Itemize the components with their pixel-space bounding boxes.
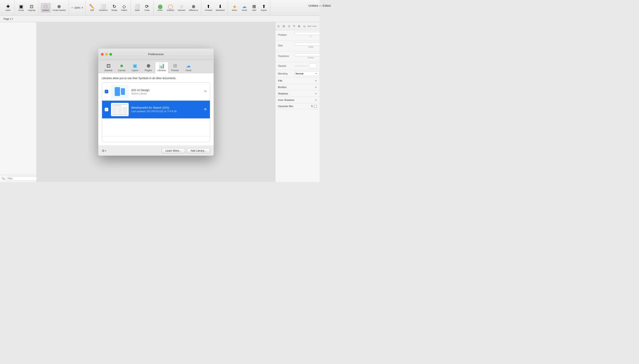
page-tab[interactable]: Page 1 ▾ <box>2 17 15 20</box>
library-search-input[interactable] <box>102 136 210 142</box>
borders-section-header[interactable]: Borders + <box>275 84 320 90</box>
mask-button[interactable]: ⬜ Mask <box>132 3 142 13</box>
eye-icon-ios[interactable]: 👁 <box>204 90 207 94</box>
shadows-section-header[interactable]: Shadows + <box>275 90 320 97</box>
libraries-tab-label: Libraries <box>158 69 166 72</box>
union-button[interactable]: ⬤ Union <box>155 3 165 13</box>
align-top-button[interactable]: ⊓ <box>291 24 296 28</box>
tab-canvas[interactable]: ■ Canvas <box>115 62 128 73</box>
lib-thumbnail-ios <box>111 85 129 98</box>
gaussian-blur-section-header[interactable]: Gaussian Blur ⇅ <box>275 103 320 109</box>
edit-button[interactable]: ✏️ Edit <box>87 3 97 13</box>
blending-select[interactable]: Normal <box>294 71 319 76</box>
zoom-plus-button[interactable]: + <box>81 6 83 10</box>
zoom-group: − 100% + <box>70 0 85 15</box>
backward-button[interactable]: ⬇ Backward <box>214 3 226 13</box>
export-button[interactable]: ⬆ Export <box>259 3 269 13</box>
align-middle-v-button[interactable]: ⊞ <box>297 24 301 28</box>
tab-cloud[interactable]: ☁ Cloud <box>182 62 195 73</box>
blending-row: Blending Normal ▾ <box>275 70 320 78</box>
align-left-button[interactable]: ⊏ <box>276 24 281 28</box>
rotate-button[interactable]: ↻ Rotate <box>110 3 119 13</box>
mirror-button[interactable]: ◈ Mirror <box>230 3 239 13</box>
lib-checkbox-ios[interactable]: ✓ <box>105 90 108 93</box>
zoom-minus-button[interactable]: − <box>71 6 73 10</box>
subtract-button[interactable]: ◯ Subtract <box>165 3 176 13</box>
tab-plugins[interactable]: ⊕ Plugins <box>142 62 155 73</box>
learn-more-button[interactable]: Learn More... <box>162 148 185 154</box>
view-button[interactable]: ⊞ View <box>249 3 259 13</box>
tab-presets[interactable]: ⊞ Presets <box>168 62 182 73</box>
tab-layers[interactable]: ▣ Layers <box>128 62 142 73</box>
minimize-button[interactable] <box>105 53 108 56</box>
dialog-titlebar: Preferences <box>98 48 214 60</box>
cloud-icon: ☁ <box>242 4 246 9</box>
transform-section: Transform Rotate ↔ ↕ <box>275 52 320 62</box>
maximize-button[interactable] <box>109 53 112 56</box>
lib-info-ios: iOS UI Design Sketch Library <box>131 88 201 95</box>
rotate-icon: ↻ <box>113 4 116 9</box>
page-bar: Page 1 ▾ <box>0 16 320 22</box>
add-library-button[interactable]: Add Library... <box>187 148 210 154</box>
dialog-overlay: Preferences ⊡ General ■ Canvas ▣ Layers <box>37 22 275 182</box>
rotate-label: Rotate <box>111 9 117 11</box>
rotate-input[interactable] <box>294 53 320 56</box>
dialog-content: Libraries allow you to use their Symbols… <box>98 73 214 146</box>
forward-button[interactable]: ⬆ Forward <box>203 3 214 13</box>
filter-input[interactable] <box>6 177 38 181</box>
borders-add-button[interactable]: + <box>315 85 317 89</box>
intersect-button[interactable]: ⊙ Intersect <box>176 3 187 13</box>
insert-label: Insert <box>6 9 11 11</box>
gear-icon[interactable]: ⚙ <box>102 149 105 152</box>
gaussian-blur-stepper[interactable]: ⇅ <box>311 105 313 108</box>
inner-shadows-add-button[interactable]: + <box>315 98 317 102</box>
x-input[interactable] <box>294 32 320 35</box>
preferences-dialog: Preferences ⊡ General ■ Canvas ▣ Layers <box>98 48 214 156</box>
library-item-ios[interactable]: ✓ iOS UI Design Sketch Library <box>102 83 210 101</box>
insert-button[interactable]: ✚ Insert <box>3 3 13 13</box>
mirror-label: Mirror <box>232 9 237 11</box>
transform-label: Transform <box>99 9 108 11</box>
close-button[interactable] <box>101 53 104 56</box>
scale-button[interactable]: ⟳ Scale <box>142 3 152 13</box>
left-sidebar: 🔍 + ✎ <box>0 22 37 182</box>
rotate-field: Rotate <box>294 53 320 59</box>
layers-panel <box>0 22 36 175</box>
opacity-slider[interactable] <box>294 66 307 66</box>
lib-name-wireframe: WireframeKit for Sketch (iOS) <box>131 106 201 109</box>
align-bottom-button[interactable]: ⊔ <box>302 24 307 28</box>
tab-general[interactable]: ⊡ General <box>102 62 115 73</box>
distribute-v-button[interactable]: ⟷ <box>312 24 317 28</box>
cloud-button[interactable]: ☁ Cloud <box>239 3 249 13</box>
inner-shadows-section-header[interactable]: Inner Shadows + <box>275 97 320 103</box>
align-right-button[interactable]: ⊐ <box>286 24 291 28</box>
transform-button[interactable]: ⬜ Transform <box>97 3 110 13</box>
gear-dropdown-icon[interactable]: ▾ <box>105 150 106 152</box>
width-input[interactable] <box>294 42 320 46</box>
distribute-h-button[interactable]: ⟺ <box>307 24 312 28</box>
right-sidebar: ⊏ ⊟ ⊐ ⊓ ⊞ ⊔ ⟺ ⟷ Position X Y <box>275 22 320 182</box>
ungroup-button[interactable]: ⊡ Ungroup <box>26 3 37 13</box>
opacity-input[interactable] <box>309 64 317 68</box>
opacity-label: Opacity <box>278 64 293 67</box>
group-button[interactable]: ▣ Group <box>16 3 26 13</box>
eye-icon-wireframe[interactable]: 👁 <box>204 108 207 112</box>
create-symbol-button[interactable]: ⊕ Create Symbol <box>51 3 68 13</box>
flatten-button[interactable]: ◇ Flatten <box>119 3 129 13</box>
symbol-button[interactable]: ⬡ Symbol <box>41 3 51 13</box>
shadows-add-button[interactable]: + <box>315 92 317 95</box>
fills-section-header[interactable]: Fills + <box>275 78 320 84</box>
tab-libraries[interactable]: 📊 Libraries <box>155 62 168 73</box>
cloud-tab-label: Cloud <box>185 69 191 72</box>
transform-row: Transform Rotate ↔ ↕ <box>278 53 317 59</box>
gaussian-blur-toggle[interactable] <box>314 105 317 108</box>
edit-label: Edit <box>90 9 94 11</box>
lib-checkbox-wireframe[interactable]: ✓ <box>105 108 108 111</box>
phone-small-icon <box>121 88 125 95</box>
difference-button[interactable]: ⊗ Difference <box>187 3 200 13</box>
transform-icon: ⬜ <box>101 4 106 9</box>
library-item-wireframe[interactable]: ✓ <box>102 101 210 118</box>
align-center-h-button[interactable]: ⊟ <box>281 24 286 28</box>
main-toolbar: ✚ Insert ▣ Group ⊡ Ungroup ⬡ Symbol ⊕ Cr… <box>0 0 320 16</box>
fills-add-button[interactable]: + <box>315 79 317 82</box>
